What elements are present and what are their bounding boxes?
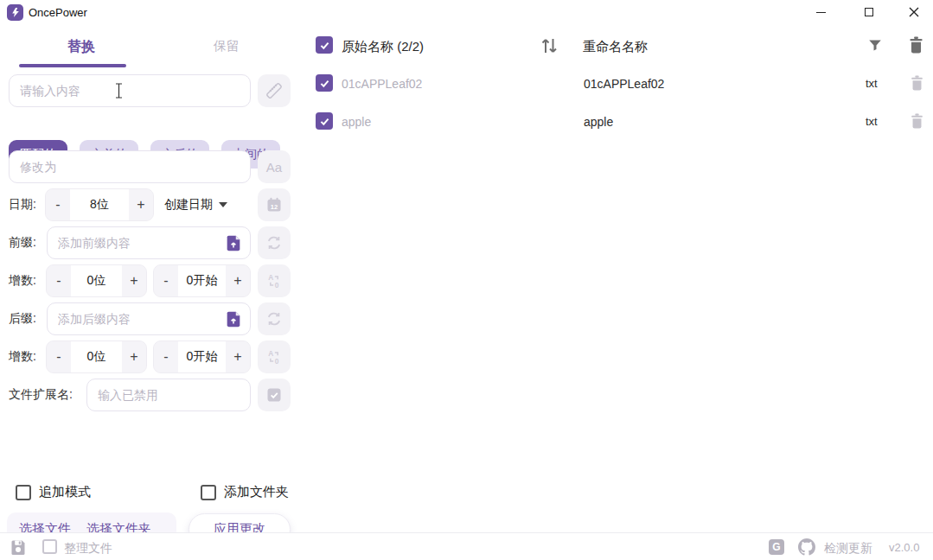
select-all-checkbox[interactable] (316, 36, 333, 54)
save-config-icon[interactable] (10, 539, 26, 558)
prefix-start-plus-button[interactable]: + (226, 265, 250, 296)
search-input[interactable] (9, 74, 251, 107)
title-bar: OncePower (0, 0, 933, 26)
left-panel: 替换 保留 匹配的 之前的 之后的 中间的 Aa (9, 26, 299, 527)
add-folder-label: 添加文件夹 (224, 484, 289, 500)
letter-number-mode-icon[interactable]: A 0 (258, 264, 291, 297)
case-sensitive-icon[interactable]: Aa (258, 150, 291, 183)
sort-icon[interactable] (539, 35, 560, 60)
replace-with-input[interactable] (9, 150, 251, 183)
renamed-name-header: 重命名名称 (583, 39, 648, 55)
refresh-icon[interactable] (258, 226, 291, 259)
tab-bar: 替换 保留 (9, 33, 299, 69)
date-type-dropdown[interactable]: 创建日期 (164, 188, 227, 221)
original-file-name: 01cAPPLeaf02 (342, 77, 422, 91)
suffix-increment-label: 增数: (9, 349, 36, 365)
prefix-digits-minus-button[interactable]: - (47, 265, 71, 296)
suffix-start-value: 0开始 (178, 341, 226, 372)
date-digits-plus-button[interactable]: + (129, 189, 153, 220)
prefix-increment-digits-stepper: - 0位 + (46, 264, 147, 297)
prefix-start-minus-button[interactable]: - (154, 265, 178, 296)
original-name-header: 原始名称 (2/2) (342, 39, 424, 55)
prefix-increment-start-stepper: - 0开始 + (153, 264, 251, 297)
filter-icon[interactable] (867, 37, 883, 57)
delete-all-icon[interactable] (908, 35, 924, 58)
suffix-digits-plus-button[interactable]: + (122, 341, 146, 372)
svg-text:0: 0 (275, 281, 279, 290)
date-label: 日期: (9, 197, 36, 213)
svg-text:12: 12 (271, 203, 278, 211)
tab-keep[interactable]: 保留 (154, 38, 299, 54)
date-digits-value: 8位 (70, 189, 129, 220)
add-folder-checkbox[interactable] (201, 485, 216, 500)
renamed-file-name: 01cAPPLeaf02 (584, 77, 664, 91)
original-file-name: apple (342, 115, 371, 129)
maximize-button[interactable] (854, 0, 884, 24)
ruler-icon[interactable] (258, 74, 291, 107)
insert-file-name-icon[interactable] (223, 309, 244, 329)
svg-text:A: A (268, 273, 273, 282)
file-extension: txt (866, 115, 878, 128)
minimize-button[interactable] (806, 0, 835, 24)
text-cursor-icon (115, 83, 123, 99)
row-checkbox[interactable] (316, 112, 333, 130)
delete-row-icon[interactable] (910, 112, 924, 133)
extension-label: 文件扩展名: (9, 387, 73, 403)
refresh-icon[interactable] (258, 302, 291, 335)
app-title: OncePower (29, 6, 87, 19)
letter-number-mode-icon[interactable]: A 0 (258, 340, 291, 373)
file-extension: txt (866, 77, 878, 90)
prefix-digits-value: 0位 (71, 265, 122, 296)
close-button[interactable] (899, 0, 929, 24)
svg-text:A: A (268, 349, 273, 358)
check-update-link[interactable]: 检测更新 (824, 541, 872, 557)
row-checkbox[interactable] (316, 74, 333, 92)
suffix-increment-digits-stepper: - 0位 + (46, 340, 147, 373)
suffix-input[interactable] (47, 302, 251, 335)
prefix-digits-plus-button[interactable]: + (122, 265, 146, 296)
date-type-selected: 创建日期 (164, 197, 213, 213)
date-digits-minus-button[interactable]: - (46, 189, 70, 220)
tab-replace[interactable]: 替换 (9, 38, 154, 56)
app-logo-icon (7, 4, 23, 21)
status-bar: 整理文件 G 检测更新 v2.0.0 (0, 532, 933, 560)
extension-input[interactable] (86, 379, 251, 411)
gitee-icon[interactable]: G (769, 539, 784, 555)
append-mode-label: 追加模式 (39, 484, 91, 500)
date-digits-stepper: - 8位 + (45, 188, 154, 221)
chevron-down-icon (219, 202, 227, 207)
github-icon[interactable] (798, 538, 815, 559)
extension-toggle-icon[interactable] (258, 379, 291, 411)
svg-text:0: 0 (275, 357, 279, 366)
prefix-input[interactable] (47, 226, 251, 259)
insert-file-name-icon[interactable] (223, 232, 244, 253)
delete-row-icon[interactable] (910, 74, 924, 95)
case-sensitive-label: Aa (266, 160, 282, 175)
add-folder-option[interactable]: 添加文件夹 (201, 484, 289, 500)
calendar-icon[interactable]: 12 (258, 188, 291, 221)
suffix-digits-minus-button[interactable]: - (47, 341, 71, 372)
prefix-start-value: 0开始 (178, 265, 226, 296)
suffix-start-minus-button[interactable]: - (154, 341, 178, 372)
renamed-file-name: apple (584, 115, 613, 129)
suffix-label: 后缀: (9, 311, 36, 327)
prefix-increment-label: 增数: (9, 273, 36, 289)
append-mode-checkbox[interactable] (16, 485, 31, 500)
prefix-label: 前缀: (9, 235, 36, 251)
organize-files-checkbox[interactable] (42, 539, 57, 554)
active-tab-indicator (19, 64, 126, 67)
append-mode-option[interactable]: 追加模式 (16, 484, 91, 500)
suffix-increment-start-stepper: - 0开始 + (153, 340, 251, 373)
organize-files-label: 整理文件 (64, 541, 112, 557)
gitee-letter: G (772, 541, 780, 553)
version-label: v2.0.0 (889, 541, 919, 554)
suffix-start-plus-button[interactable]: + (226, 341, 250, 372)
suffix-digits-value: 0位 (71, 341, 122, 372)
